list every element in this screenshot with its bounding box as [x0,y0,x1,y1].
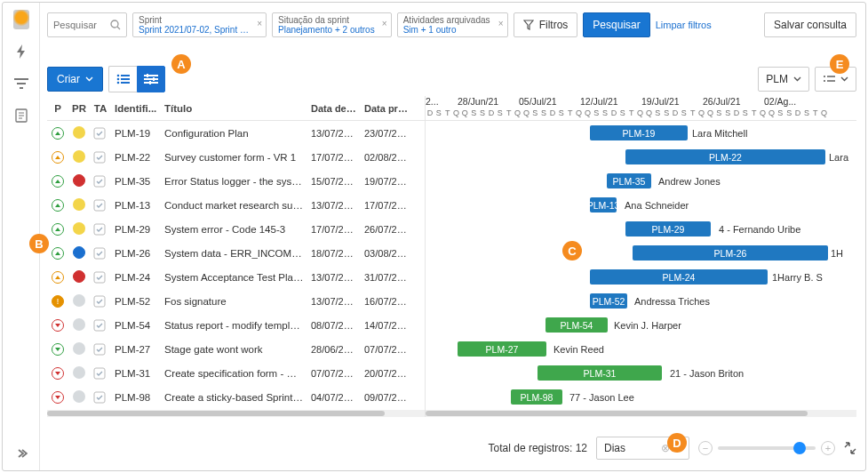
timeline-hscroll[interactable] [426,410,856,417]
table-row[interactable]: PLM-31Create specification form - New ..… [47,361,425,385]
list-view-button[interactable] [108,66,137,92]
plm-dropdown[interactable]: PLM [758,67,809,92]
gantt-bar[interactable]: PLM-35 [607,173,651,188]
svg-rect-35 [94,368,105,379]
chip-label: Sprint [139,15,250,25]
filtros-button[interactable]: Filtros [514,12,578,37]
options-icon [823,75,835,84]
svg-rect-25 [94,128,105,139]
timeline-row: PLM-3121 - Jason Briton [426,361,856,385]
zoom-thumb[interactable] [793,442,806,454]
chevron-down-icon [793,76,801,82]
gantt-view-button[interactable] [137,66,165,92]
svg-rect-2 [20,87,23,89]
callout-c: C [562,241,582,261]
timeline-body: PLM-19Lara MitchellPLM-22LaraPLM-35Andre… [426,121,856,408]
collapse-icon[interactable] [844,442,856,454]
bolt-icon[interactable] [13,44,29,60]
gantt-bar[interactable]: PLM-26 [633,245,828,261]
gantt-bar[interactable]: PLM-54 [545,317,608,333]
pesquisar-button[interactable]: Pesquisar [583,12,649,37]
table-row[interactable]: PLM-35Error Status logger - the system..… [47,169,425,193]
col-inicio[interactable]: Data de ini... [307,103,361,114]
chip-clear-icon[interactable]: × [257,19,262,28]
svg-rect-28 [94,200,105,211]
chip-clear-icon[interactable]: × [498,19,504,28]
search-input[interactable] [47,12,127,37]
callout-e: E [830,54,849,74]
table-row[interactable]: PLM-24System Acceptance Test Plan - ...1… [47,265,425,289]
timeline-row: PLM-52Andressa Triches [426,289,856,313]
svg-point-7 [111,20,118,28]
table-header: P PR TA Identifi... Título Data de ini..… [47,96,425,121]
col-p[interactable]: P [47,103,68,114]
gantt-bar[interactable]: PLM-22 [625,149,825,164]
callout-b: B [29,234,49,253]
timeline-row: PLM-35Andrew Jones [426,169,856,193]
gantt-bar[interactable]: PLM-13 [590,197,617,212]
table-row[interactable]: PLM-19Configuration Plan13/07/202123/07/… [47,121,425,145]
table-row[interactable]: PLM-22Survey customer form - VR 117/07/2… [47,145,425,169]
svg-rect-27 [94,176,105,187]
col-titulo[interactable]: Título [161,103,307,114]
table-row[interactable]: PLM-27Stage gate wont work28/06/202107/0… [47,337,425,361]
gantt-bar-label: Lara [829,149,848,164]
callout-a: A [171,54,191,74]
criar-button[interactable]: Criar [47,67,103,92]
gantt-bar[interactable]: PLM-31 [538,365,662,381]
svg-rect-16 [144,78,158,80]
timeline-row: PLM-261H [426,241,856,265]
col-prazo[interactable]: Data prazo [361,103,414,114]
chip-clear-icon[interactable]: × [382,19,387,28]
list-icon [116,74,131,84]
sliders-icon [144,74,158,84]
table-row[interactable]: PLM-26System data - ERR_INCOMPLE...18/07… [47,241,425,265]
svg-rect-12 [121,78,130,80]
svg-rect-29 [94,224,105,235]
filter-lines-icon[interactable] [13,76,29,92]
svg-rect-33 [94,320,105,331]
document-icon[interactable] [13,108,29,124]
svg-rect-31 [94,272,105,283]
table-row[interactable]: PLM-13Conduct market research surveys13/… [47,193,425,217]
svg-rect-30 [94,248,105,259]
limpar-filtros-link[interactable]: Limpar filtros [656,20,712,30]
filter-chip-situacao[interactable]: Situação da sprint Planejamento + 2 outr… [272,12,392,37]
col-id[interactable]: Identifi... [111,103,161,114]
svg-rect-18 [147,74,148,77]
gantt-bar[interactable]: PLM-29 [625,221,711,236]
gantt-bar-label: Lara Mitchell [692,125,747,140]
search-field[interactable] [53,20,102,30]
table-hscroll[interactable] [47,410,425,417]
table-row[interactable]: PLM-29System error - Code 145-317/07/202… [47,217,425,241]
zoom-in-button[interactable]: + [821,441,835,455]
zoom-slider[interactable] [718,446,816,450]
table-row[interactable]: PLM-54Status report - modify template ..… [47,313,425,337]
gantt-bar[interactable]: PLM-52 [590,293,627,309]
svg-rect-19 [153,77,155,81]
svg-rect-34 [94,344,105,355]
gantt-bar-label: Ana Schneider [625,197,689,212]
gantt-bar[interactable]: PLM-98 [511,389,562,405]
timeline-row: PLM-294 - Fernando Uribe [426,217,856,241]
gantt-bar-label: 1Harry B. S [772,269,823,285]
gantt-bar[interactable]: PLM-19 [590,125,688,140]
filter-chip-sprint[interactable]: Sprint Sprint 2021/07-02, Sprint 202... … [132,12,267,37]
col-pr[interactable]: PR [68,103,90,114]
table-row[interactable]: !PLM-52Fos signature13/07/202116/07/2021 [47,289,425,313]
salvar-consulta-button[interactable]: Salvar consulta [764,12,856,37]
gantt-bar-label: Andressa Triches [634,293,710,309]
table-row[interactable]: PLM-98Create a sticky-based Sprint Ba...… [47,385,425,408]
funnel-icon [523,20,534,30]
svg-point-23 [824,80,825,82]
gantt-bar-label: 4 - Fernando Uribe [719,221,800,236]
svg-rect-24 [827,80,835,81]
gantt-bar[interactable]: PLM-24 [590,269,768,285]
zoom-out-button[interactable]: − [698,441,713,455]
col-ta[interactable]: TA [90,103,111,114]
timeline-row: PLM-241Harry B. S [426,265,856,289]
zoom-control: − + [698,441,835,455]
gantt-bar[interactable]: PLM-27 [458,341,546,357]
expand-rail-icon[interactable] [13,445,29,461]
filter-chip-arquivadas[interactable]: Atividades arquivadas Sim + 1 outro × [397,12,508,37]
